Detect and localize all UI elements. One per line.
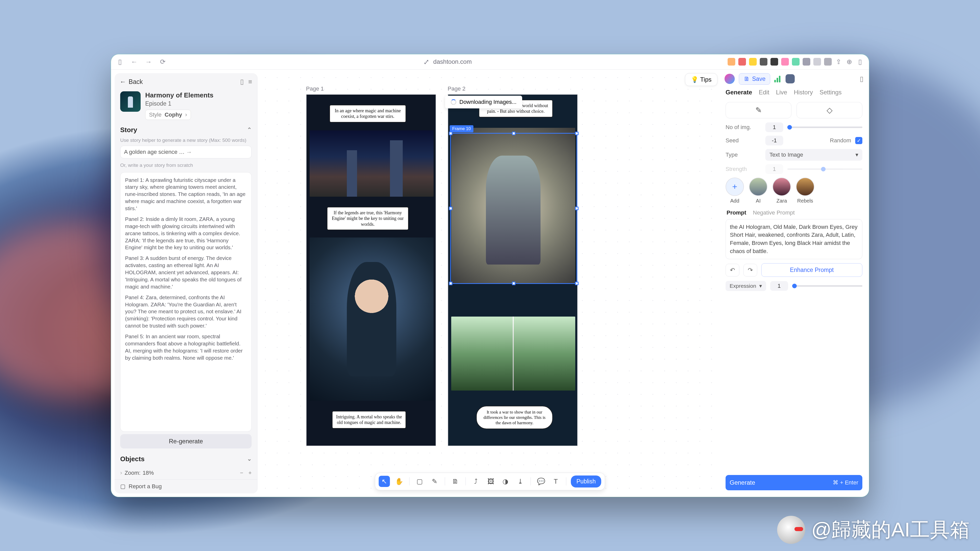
erase-mode-button[interactable]: ◇	[797, 102, 862, 118]
publish-button[interactable]: Publish	[571, 475, 601, 487]
tab-edit[interactable]: Edit	[759, 89, 769, 96]
no-img-slider[interactable]	[788, 127, 862, 128]
extension-icon[interactable]	[824, 58, 832, 65]
type-select[interactable]: Text to Image ▾	[765, 149, 862, 161]
redo-button[interactable]: ↷	[743, 264, 757, 276]
nav-forward-icon[interactable]: →	[145, 58, 152, 65]
extension-icon[interactable]	[781, 58, 789, 65]
watermark: @歸藏的AI工具箱	[777, 516, 970, 544]
objects-section-header[interactable]: Objects ⌄	[115, 453, 257, 467]
zoom-in-button[interactable]: +	[248, 470, 251, 476]
project-thumbnail[interactable]	[120, 91, 141, 112]
thought-balloon[interactable]: It took a war to show that in our differ…	[476, 406, 553, 429]
objects-header-label: Objects	[120, 455, 145, 463]
story-section-header[interactable]: Story ⌃	[115, 122, 257, 138]
negative-prompt-tab[interactable]: Negative Prompt	[753, 210, 795, 216]
text-tool[interactable]: T	[550, 476, 562, 487]
random-checkbox[interactable]: ✓	[855, 137, 862, 144]
story-panel-text: Panel 4: Zara, determined, confronts the…	[125, 294, 247, 329]
tabs-icon[interactable]: ▯	[856, 58, 864, 65]
page-tool[interactable]: 🗎	[450, 476, 461, 487]
story-textarea[interactable]: Panel 1: A sprawling futuristic cityscap…	[120, 172, 251, 432]
character-ai[interactable]: AI	[749, 178, 767, 204]
left-sidebar: ← Back ▯ ≡ Harmony of Elements Episode 1…	[115, 73, 258, 493]
seed-value[interactable]: -1	[765, 136, 783, 145]
chevron-right-icon[interactable]: ›	[120, 470, 122, 476]
speech-balloon[interactable]: If the legends are true, this 'Harmony E…	[327, 207, 409, 230]
extension-icon[interactable]	[792, 58, 800, 65]
page-label: Page 1	[306, 86, 324, 92]
strength-label: Strength	[725, 166, 761, 172]
panel-icon[interactable]: ▯	[240, 78, 244, 86]
extension-icon[interactable]	[813, 58, 821, 65]
character-rebels[interactable]: Rebels	[796, 178, 815, 204]
cursor-tool[interactable]: ↖	[379, 476, 390, 487]
tab-live[interactable]: Live	[776, 89, 787, 96]
prompt-textarea[interactable]: the AI Hologram, Old Male, Dark Brown Ey…	[725, 219, 862, 259]
edit-tool[interactable]: ✎	[429, 476, 440, 487]
url-label[interactable]: dashtoon.com	[433, 58, 472, 65]
char-label: Zara	[776, 198, 787, 204]
story-prompt-input[interactable]: A golden age science fiction story with …	[120, 146, 251, 159]
generate-button[interactable]: Generate ⌘ + Enter	[725, 475, 862, 490]
sidebar-toggle-icon[interactable]: ▯	[116, 58, 124, 65]
draw-mode-button[interactable]: ✎	[725, 102, 791, 118]
speech-balloon[interactable]: Intriguing. A mortal who speaks the old …	[332, 411, 406, 429]
undo-button[interactable]: ↶	[725, 264, 739, 276]
tab-history[interactable]: History	[794, 89, 813, 96]
tips-button[interactable]: 💡 Tips	[685, 73, 718, 86]
report-bug-button[interactable]: ▢ Report a Bug	[115, 479, 257, 493]
frame-tool[interactable]: ▢	[414, 476, 425, 487]
back-button[interactable]: ← Back	[120, 78, 143, 86]
character-zara[interactable]: Zara	[773, 178, 791, 204]
downloading-label: Downloading Images...	[460, 99, 517, 105]
regenerate-button[interactable]: Re-generate	[120, 434, 251, 448]
extension-icon[interactable]	[760, 58, 767, 65]
signal-icon[interactable]	[774, 75, 781, 83]
chat-tool[interactable]: 💬	[535, 476, 547, 487]
expression-value[interactable]: 1	[770, 281, 788, 291]
right-tabs: Generate Edit Live History Settings	[722, 87, 865, 100]
extension-icon[interactable]	[738, 58, 746, 65]
zoom-out-button[interactable]: −	[240, 470, 243, 476]
selection-outline[interactable]	[450, 133, 577, 284]
frame-tag[interactable]: Frame 10	[450, 125, 473, 132]
submit-arrow-icon[interactable]: →	[186, 148, 248, 156]
add-character-button[interactable]: +Add	[725, 178, 744, 204]
tab-generate[interactable]: Generate	[725, 89, 752, 96]
canvas-area[interactable]: 💡 Tips Page 1 Page 2 In an age where mag…	[258, 70, 722, 497]
style-label: Style	[149, 111, 162, 118]
expression-select[interactable]: Expression ▾	[725, 281, 766, 291]
share-icon[interactable]: ⇪	[835, 58, 842, 65]
style-select[interactable]: Style Cophy ›	[145, 110, 191, 120]
menu-icon[interactable]: ≡	[248, 78, 252, 86]
nav-back-icon[interactable]: ←	[130, 58, 138, 65]
enhance-prompt-button[interactable]: Enhance Prompt	[761, 263, 862, 277]
extension-icon[interactable]	[728, 58, 735, 65]
generate-shortcut: ⌘ + Enter	[833, 479, 858, 486]
new-tab-icon[interactable]: ⊕	[845, 58, 853, 65]
panel-toggle-icon[interactable]: ▯	[860, 75, 863, 83]
extension-icon[interactable]	[749, 58, 757, 65]
save-button[interactable]: 🗎 Save	[739, 73, 770, 85]
tab-settings[interactable]: Settings	[819, 89, 842, 96]
download-tool[interactable]: ⤓	[515, 476, 526, 487]
expression-slider[interactable]	[792, 285, 862, 287]
user-avatar[interactable]	[724, 74, 735, 84]
image-tool[interactable]: 🖾	[485, 476, 496, 487]
hand-tool[interactable]: ✋	[393, 476, 405, 487]
reload-icon[interactable]: ⟳	[159, 58, 167, 65]
caption-balloon[interactable]: In an age where magic and machine coexis…	[329, 105, 406, 122]
balloon-tool[interactable]: ◑	[500, 476, 511, 487]
prompt-tab[interactable]: Prompt	[727, 210, 746, 216]
upload-tool[interactable]: ⤴	[470, 476, 482, 487]
story-helper-hint: Use story helper to generate a new story…	[115, 138, 257, 143]
panel-image[interactable]	[310, 238, 434, 401]
panel-image[interactable]	[310, 130, 434, 197]
extension-icon[interactable]	[803, 58, 810, 65]
panel-image[interactable]	[451, 317, 575, 391]
comic-page-1[interactable]: In an age where magic and machine coexis…	[306, 94, 436, 446]
discord-icon[interactable]	[786, 74, 795, 83]
extension-icon[interactable]	[770, 58, 778, 65]
no-img-value[interactable]: 1	[765, 122, 783, 132]
